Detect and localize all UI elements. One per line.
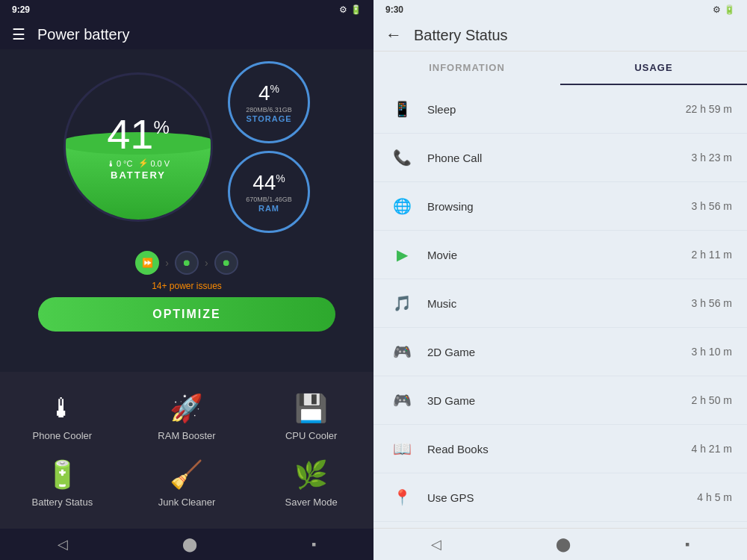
ram-percent: 44% [252, 171, 285, 195]
browsing-time: 3 h 56 m [692, 200, 732, 212]
app-title: Power battery [37, 26, 129, 43]
music-time: 3 h 56 m [692, 297, 732, 309]
storage-circle: 4% 280MB/6.31GB STORAGE [228, 61, 310, 143]
browsing-name: Browsing [427, 200, 692, 213]
right-recent-nav-btn[interactable]: ▪ [685, 537, 689, 553]
power-issues: 14+ power issues [152, 281, 222, 291]
tool-saver-mode[interactable]: 🌿 Saver Mode [249, 450, 374, 517]
home-nav-btn[interactable]: ⬤ [182, 536, 197, 553]
arrow-2: › [205, 257, 208, 269]
dot-btn-2[interactable]: ⏺ [175, 251, 199, 275]
usage-item-phone-call[interactable]: 📞 Phone Call 3 h 23 m [374, 134, 747, 182]
phone-call-icon: 📞 [388, 144, 415, 171]
storage-detail: 280MB/6.31GB [246, 105, 292, 115]
dot-btn-3[interactable]: ⏺ [214, 251, 238, 275]
gps-icon: 📍 [388, 484, 415, 511]
sleep-time: 22 h 59 m [686, 103, 732, 115]
tabs-row: INFORMATION USAGE [374, 52, 747, 85]
battery-volt: ⚡ 0.0 V [138, 158, 170, 168]
tool-battery-status[interactable]: 🔋 Battery Status [0, 450, 125, 517]
readbooks-icon: 📖 [388, 435, 415, 462]
usage-item-photo[interactable]: 📷 Take Photo 3 h 21 m [374, 522, 747, 528]
right-battery-icon: 🔋 [724, 4, 735, 15]
right-settings-icon: ⚙ [713, 4, 721, 15]
battery-percent: 41% [107, 113, 170, 155]
left-status-bar: 9:29 ⚙ 🔋 [0, 0, 374, 19]
junk-cleaner-icon: 🧹 [170, 459, 203, 491]
right-back-nav-btn[interactable]: ◁ [431, 536, 441, 553]
usage-item-gps[interactable]: 📍 Use GPS 4 h 5 m [374, 473, 747, 522]
battery-circle: 41% 🌡 0 °C ⚡ 0.0 V BATTERY [63, 72, 213, 222]
back-nav-btn[interactable]: ◁ [58, 536, 68, 553]
tool-phone-cooler[interactable]: 🌡 Phone Cooler [0, 384, 125, 450]
left-phone: 9:29 ⚙ 🔋 ☰ Power battery 41% 🌡 0 °C [0, 0, 374, 560]
usage-item-movie[interactable]: ▶ Movie 2 h 11 m [374, 231, 747, 279]
phone-cooler-label: Phone Cooler [33, 430, 93, 441]
right-time: 9:30 [385, 4, 403, 15]
usage-item-2dgame[interactable]: 🎮 2D Game 3 h 10 m [374, 328, 747, 376]
cpu-cooler-label: CPU Cooler [285, 430, 337, 441]
dot-btn-1[interactable]: ⏩ [135, 251, 159, 275]
saver-mode-label: Saver Mode [285, 497, 338, 508]
gps-time: 4 h 5 m [697, 491, 732, 503]
recent-nav-btn[interactable]: ▪ [311, 537, 316, 553]
ram-label: RAM [258, 204, 279, 213]
arrow-1: › [165, 257, 169, 269]
usage-item-browsing[interactable]: 🌐 Browsing 3 h 56 m [374, 182, 747, 231]
storage-percent: 4% [258, 81, 279, 105]
optimize-button[interactable]: OPTIMIZE [38, 297, 335, 332]
phone-cooler-icon: 🌡 [49, 393, 75, 424]
battery-info: 🌡 0 °C ⚡ 0.0 V [107, 158, 170, 168]
ram-circle: 44% 670MB/1.46GB RAM [228, 151, 310, 233]
3dgame-name: 3D Game [427, 394, 692, 407]
right-status-bar: 9:30 ⚙ 🔋 [374, 0, 747, 19]
tab-usage[interactable]: USAGE [560, 52, 747, 85]
usage-item-readbooks[interactable]: 📖 Read Books 4 h 21 m [374, 425, 747, 473]
right-circles: 4% 280MB/6.31GB STORAGE 44% 670MB/1.46GB… [228, 61, 310, 233]
tools-grid: 🌡 Phone Cooler 🚀 RAM Booster 💾 CPU Coole… [0, 372, 374, 529]
readbooks-time: 4 h 21 m [692, 443, 732, 455]
back-button[interactable]: ← [385, 25, 402, 45]
settings-icon: ⚙ [339, 4, 347, 15]
tool-ram-booster[interactable]: 🚀 RAM Booster [125, 384, 249, 450]
junk-cleaner-label: Junk Cleaner [158, 497, 216, 508]
tab-information[interactable]: INFORMATION [374, 52, 560, 85]
page-title: Battery Status [414, 27, 508, 44]
right-phone: 9:30 ⚙ 🔋 ← Battery Status INFORMATION US… [374, 0, 747, 560]
right-home-nav-btn[interactable]: ⬤ [556, 536, 571, 553]
left-time: 9:29 [12, 4, 30, 15]
left-status-icons: ⚙ 🔋 [339, 4, 362, 15]
battery-status-label: Battery Status [32, 497, 93, 508]
tool-junk-cleaner[interactable]: 🧹 Junk Cleaner [125, 450, 249, 517]
left-nav-bar: ◁ ⬤ ▪ [0, 529, 374, 560]
movie-icon: ▶ [388, 241, 415, 268]
left-top-bar: ☰ Power battery [0, 19, 374, 49]
movie-name: Movie [427, 249, 692, 261]
saver-mode-icon: 🌿 [294, 459, 328, 491]
ram-booster-icon: 🚀 [170, 393, 203, 424]
2dgame-icon: 🎮 [388, 338, 415, 365]
battery-section: 41% 🌡 0 °C ⚡ 0.0 V BATTERY 4% [12, 61, 362, 233]
menu-icon[interactable]: ☰ [12, 25, 25, 43]
tool-cpu-cooler[interactable]: 💾 CPU Cooler [249, 384, 374, 450]
right-top-bar: ← Battery Status [374, 19, 747, 52]
battery-status-icon: 🔋 [46, 459, 79, 491]
2dgame-time: 3 h 10 m [692, 346, 732, 358]
3dgame-icon: 🎮 [388, 387, 415, 414]
right-status-icons: ⚙ 🔋 [713, 4, 735, 15]
gps-name: Use GPS [427, 491, 697, 504]
movie-time: 2 h 11 m [692, 249, 732, 261]
main-content: 41% 🌡 0 °C ⚡ 0.0 V BATTERY 4% [0, 49, 374, 372]
battery-label: BATTERY [111, 169, 166, 181]
dots-row: ⏩ › ⏺ › ⏺ [135, 251, 238, 275]
phone-call-name: Phone Call [427, 152, 692, 164]
usage-list: 📱 Sleep 22 h 59 m 📞 Phone Call 3 h 23 m … [374, 85, 747, 528]
browsing-icon: 🌐 [388, 193, 415, 220]
usage-item-sleep[interactable]: 📱 Sleep 22 h 59 m [374, 85, 747, 134]
right-nav-bar: ◁ ⬤ ▪ [374, 528, 747, 560]
ram-booster-label: RAM Booster [158, 430, 215, 441]
battery-icon: 🔋 [350, 4, 362, 15]
usage-item-music[interactable]: 🎵 Music 3 h 56 m [374, 279, 747, 328]
usage-item-3dgame[interactable]: 🎮 3D Game 2 h 50 m [374, 376, 747, 425]
readbooks-name: Read Books [427, 443, 692, 455]
